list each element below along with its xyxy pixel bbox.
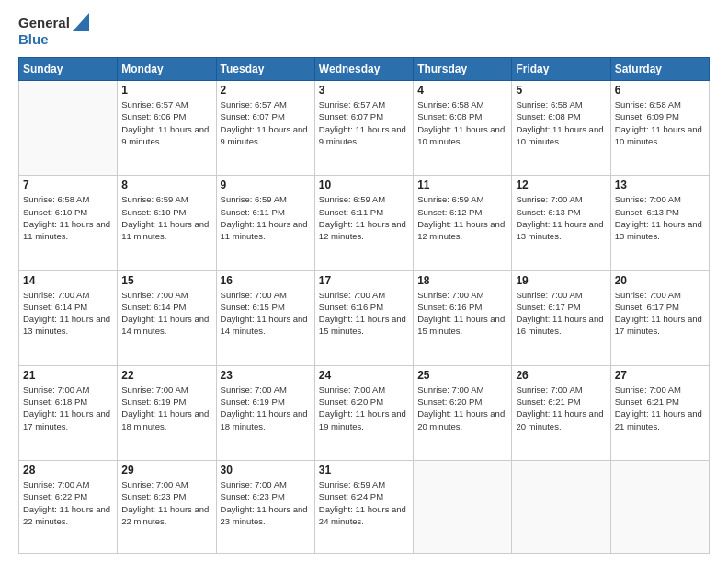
logo-triangle-icon bbox=[73, 13, 89, 31]
calendar-header-saturday: Saturday bbox=[610, 58, 709, 81]
calendar-cell bbox=[19, 81, 118, 176]
calendar-cell: 17Sunrise: 7:00 AMSunset: 6:16 PMDayligh… bbox=[314, 270, 413, 365]
day-number: 30 bbox=[221, 464, 311, 477]
calendar-cell: 23Sunrise: 7:00 AMSunset: 6:19 PMDayligh… bbox=[216, 365, 314, 460]
calendar-cell: 11Sunrise: 6:59 AMSunset: 6:12 PMDayligh… bbox=[414, 176, 512, 270]
day-info: Sunrise: 7:00 AMSunset: 6:19 PMDaylight:… bbox=[221, 384, 311, 432]
week-row-2: 7Sunrise: 6:58 AMSunset: 6:10 PMDaylight… bbox=[19, 176, 710, 270]
day-number: 11 bbox=[417, 178, 507, 191]
day-info: Sunrise: 6:59 AMSunset: 6:11 PMDaylight:… bbox=[221, 193, 311, 242]
day-info: Sunrise: 6:58 AMSunset: 6:09 PMDaylight:… bbox=[615, 98, 705, 147]
day-info: Sunrise: 7:00 AMSunset: 6:21 PMDaylight:… bbox=[516, 384, 606, 432]
day-number: 24 bbox=[319, 369, 409, 382]
calendar-header-row: SundayMondayTuesdayWednesdayThursdayFrid… bbox=[19, 58, 710, 81]
day-number: 7 bbox=[23, 178, 113, 191]
calendar-cell: 5Sunrise: 6:58 AMSunset: 6:08 PMDaylight… bbox=[512, 81, 610, 176]
week-row-5: 28Sunrise: 7:00 AMSunset: 6:22 PMDayligh… bbox=[19, 461, 710, 554]
day-number: 29 bbox=[121, 464, 211, 477]
day-info: Sunrise: 7:00 AMSunset: 6:22 PMDaylight:… bbox=[23, 478, 113, 527]
calendar-header-friday: Friday bbox=[512, 58, 610, 81]
day-info: Sunrise: 7:00 AMSunset: 6:23 PMDaylight:… bbox=[121, 478, 211, 527]
calendar-cell: 28Sunrise: 7:00 AMSunset: 6:22 PMDayligh… bbox=[19, 461, 118, 554]
calendar-header-monday: Monday bbox=[118, 58, 216, 81]
day-number: 26 bbox=[516, 369, 606, 382]
day-info: Sunrise: 7:00 AMSunset: 6:14 PMDaylight:… bbox=[121, 289, 211, 338]
day-number: 12 bbox=[516, 178, 606, 191]
calendar-header-tuesday: Tuesday bbox=[216, 58, 314, 81]
day-info: Sunrise: 7:00 AMSunset: 6:17 PMDaylight:… bbox=[615, 289, 705, 338]
day-info: Sunrise: 7:00 AMSunset: 6:16 PMDaylight:… bbox=[417, 289, 507, 338]
day-info: Sunrise: 6:57 AMSunset: 6:07 PMDaylight:… bbox=[221, 98, 311, 147]
day-info: Sunrise: 7:00 AMSunset: 6:20 PMDaylight:… bbox=[319, 384, 409, 432]
calendar-cell: 31Sunrise: 6:59 AMSunset: 6:24 PMDayligh… bbox=[314, 461, 413, 554]
calendar-header-wednesday: Wednesday bbox=[314, 58, 413, 81]
calendar-cell: 10Sunrise: 6:59 AMSunset: 6:11 PMDayligh… bbox=[314, 176, 413, 270]
day-number: 20 bbox=[615, 274, 705, 287]
day-number: 3 bbox=[319, 84, 409, 97]
day-number: 15 bbox=[121, 274, 211, 287]
day-info: Sunrise: 7:00 AMSunset: 6:20 PMDaylight:… bbox=[417, 384, 507, 432]
day-number: 21 bbox=[23, 369, 113, 382]
day-info: Sunrise: 7:00 AMSunset: 6:17 PMDaylight:… bbox=[516, 289, 606, 338]
day-info: Sunrise: 7:00 AMSunset: 6:13 PMDaylight:… bbox=[615, 193, 705, 242]
week-row-1: 1Sunrise: 6:57 AMSunset: 6:06 PMDaylight… bbox=[19, 81, 710, 176]
calendar-cell: 16Sunrise: 7:00 AMSunset: 6:15 PMDayligh… bbox=[216, 270, 314, 365]
calendar-cell: 19Sunrise: 7:00 AMSunset: 6:17 PMDayligh… bbox=[512, 270, 610, 365]
calendar-cell: 2Sunrise: 6:57 AMSunset: 6:07 PMDaylight… bbox=[216, 81, 314, 176]
day-info: Sunrise: 7:00 AMSunset: 6:16 PMDaylight:… bbox=[319, 289, 409, 338]
day-info: Sunrise: 7:00 AMSunset: 6:21 PMDaylight:… bbox=[615, 384, 705, 432]
day-number: 14 bbox=[23, 274, 113, 287]
svg-marker-0 bbox=[73, 13, 89, 31]
day-info: Sunrise: 6:58 AMSunset: 6:10 PMDaylight:… bbox=[23, 193, 113, 242]
calendar-cell: 29Sunrise: 7:00 AMSunset: 6:23 PMDayligh… bbox=[118, 461, 216, 554]
day-number: 18 bbox=[417, 274, 507, 287]
calendar-cell: 24Sunrise: 7:00 AMSunset: 6:20 PMDayligh… bbox=[314, 365, 413, 460]
day-number: 28 bbox=[23, 464, 113, 477]
logo: General Blue bbox=[18, 15, 89, 48]
week-row-3: 14Sunrise: 7:00 AMSunset: 6:14 PMDayligh… bbox=[19, 270, 710, 365]
logo-blue: Blue bbox=[18, 31, 49, 47]
day-info: Sunrise: 6:58 AMSunset: 6:08 PMDaylight:… bbox=[417, 98, 507, 147]
day-info: Sunrise: 6:59 AMSunset: 6:11 PMDaylight:… bbox=[319, 193, 409, 242]
calendar-cell: 8Sunrise: 6:59 AMSunset: 6:10 PMDaylight… bbox=[118, 176, 216, 270]
calendar-header-thursday: Thursday bbox=[414, 58, 512, 81]
day-number: 31 bbox=[319, 464, 409, 477]
calendar-cell: 27Sunrise: 7:00 AMSunset: 6:21 PMDayligh… bbox=[610, 365, 709, 460]
calendar-cell: 3Sunrise: 6:57 AMSunset: 6:07 PMDaylight… bbox=[314, 81, 413, 176]
day-number: 4 bbox=[417, 84, 507, 97]
day-number: 8 bbox=[121, 178, 211, 191]
day-info: Sunrise: 6:57 AMSunset: 6:06 PMDaylight:… bbox=[121, 98, 211, 147]
day-info: Sunrise: 7:00 AMSunset: 6:18 PMDaylight:… bbox=[23, 384, 113, 432]
calendar-cell: 1Sunrise: 6:57 AMSunset: 6:06 PMDaylight… bbox=[118, 81, 216, 176]
day-info: Sunrise: 7:00 AMSunset: 6:13 PMDaylight:… bbox=[516, 193, 606, 242]
day-number: 23 bbox=[221, 369, 311, 382]
calendar-cell: 9Sunrise: 6:59 AMSunset: 6:11 PMDaylight… bbox=[216, 176, 314, 270]
day-number: 2 bbox=[221, 84, 311, 97]
day-info: Sunrise: 6:59 AMSunset: 6:12 PMDaylight:… bbox=[417, 193, 507, 242]
day-number: 22 bbox=[121, 369, 211, 382]
day-info: Sunrise: 6:58 AMSunset: 6:08 PMDaylight:… bbox=[516, 98, 606, 147]
day-number: 10 bbox=[319, 178, 409, 191]
calendar-cell: 25Sunrise: 7:00 AMSunset: 6:20 PMDayligh… bbox=[414, 365, 512, 460]
day-info: Sunrise: 6:59 AMSunset: 6:10 PMDaylight:… bbox=[121, 193, 211, 242]
calendar-cell: 30Sunrise: 7:00 AMSunset: 6:23 PMDayligh… bbox=[216, 461, 314, 554]
day-info: Sunrise: 6:59 AMSunset: 6:24 PMDaylight:… bbox=[319, 478, 409, 527]
header: General Blue bbox=[18, 15, 710, 48]
day-number: 1 bbox=[121, 84, 211, 97]
day-info: Sunrise: 7:00 AMSunset: 6:23 PMDaylight:… bbox=[221, 478, 311, 527]
day-info: Sunrise: 7:00 AMSunset: 6:15 PMDaylight:… bbox=[221, 289, 311, 338]
day-number: 5 bbox=[516, 84, 606, 97]
logo-general: General bbox=[18, 15, 70, 31]
day-number: 19 bbox=[516, 274, 606, 287]
day-info: Sunrise: 7:00 AMSunset: 6:14 PMDaylight:… bbox=[23, 289, 113, 338]
calendar-cell bbox=[610, 461, 709, 554]
calendar-cell: 14Sunrise: 7:00 AMSunset: 6:14 PMDayligh… bbox=[19, 270, 118, 365]
calendar-table: SundayMondayTuesdayWednesdayThursdayFrid… bbox=[18, 57, 710, 554]
calendar-cell: 7Sunrise: 6:58 AMSunset: 6:10 PMDaylight… bbox=[19, 176, 118, 270]
calendar-header-sunday: Sunday bbox=[19, 58, 118, 81]
calendar-cell bbox=[414, 461, 512, 554]
day-info: Sunrise: 6:57 AMSunset: 6:07 PMDaylight:… bbox=[319, 98, 409, 147]
calendar-cell bbox=[512, 461, 610, 554]
day-number: 9 bbox=[221, 178, 311, 191]
day-number: 16 bbox=[221, 274, 311, 287]
